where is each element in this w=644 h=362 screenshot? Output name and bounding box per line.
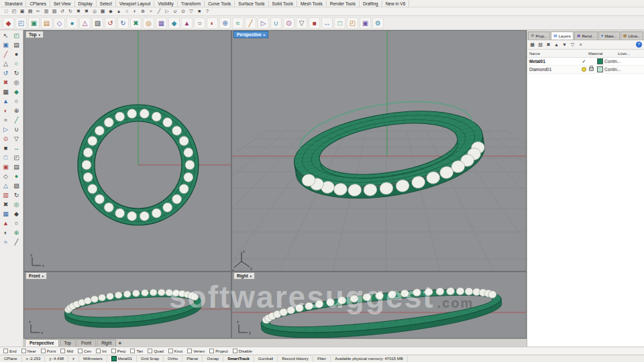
arc-icon[interactable]: ↺: [1, 69, 11, 78]
grid-toggle-icon[interactable]: ∪: [172, 8, 178, 15]
box-solid-icon[interactable]: ≈: [1, 116, 11, 125]
free-curve-icon[interactable]: △: [1, 60, 11, 68]
osnap-cen[interactable]: Cen: [78, 349, 91, 353]
explode-icon[interactable]: △: [1, 182, 11, 190]
mirror-icon[interactable]: ◎: [11, 200, 21, 209]
status-y-4-498[interactable]: y -4.498: [45, 356, 68, 362]
new-file-icon[interactable]: □: [3, 8, 9, 15]
point-icon[interactable]: ▣: [1, 41, 11, 50]
layer-material-swatch[interactable]: [597, 66, 603, 72]
circle-icon[interactable]: ○: [11, 60, 21, 68]
current-layer-check-icon[interactable]: ✓: [580, 59, 588, 64]
menu-item-surface-tools[interactable]: Surface Tools: [235, 1, 268, 7]
viewport-front-title[interactable]: Front ▾: [25, 272, 47, 280]
osnap-vertex[interactable]: Vertex: [187, 349, 205, 353]
sweep-surface-icon[interactable]: ○: [11, 97, 21, 106]
menu-item-render-tools[interactable]: Render Tools: [327, 1, 360, 7]
vtab-right[interactable]: Right: [97, 339, 116, 347]
panel-tab-prop[interactable]: ⚙Prop...: [528, 32, 550, 40]
menu-item-viewport-layout[interactable]: Viewport Layout: [116, 1, 155, 7]
zoom-window-icon[interactable]: ▦: [99, 8, 106, 15]
new-sublayer-icon[interactable]: ▧: [537, 42, 543, 48]
redo-multiple-icon[interactable]: ↺: [105, 17, 116, 29]
status-x-2-253[interactable]: x -2.253: [22, 356, 46, 362]
redo-icon[interactable]: ↻: [67, 8, 74, 15]
osnap-cen-checkbox[interactable]: [78, 349, 83, 353]
undo-icon[interactable]: ↺: [59, 8, 66, 15]
gumball-icon[interactable]: ◆: [11, 210, 21, 219]
layer-visibility-bulb-icon[interactable]: [580, 67, 588, 72]
loft-surface-icon[interactable]: ▲: [1, 97, 11, 106]
osnap-int-checkbox[interactable]: [96, 349, 101, 353]
select-all-icon[interactable]: ✖: [83, 8, 90, 15]
patch-surface-icon[interactable]: ⊕: [11, 107, 21, 115]
options-icon[interactable]: ⚙: [372, 17, 384, 29]
delete-icon[interactable]: ✖: [75, 8, 82, 15]
status-gumball[interactable]: Gumball: [254, 356, 278, 362]
osnap-tan[interactable]: Tan: [130, 349, 143, 353]
fillet-curves-icon[interactable]: □: [1, 154, 11, 162]
osnap-near[interactable]: Near: [21, 349, 36, 353]
loft-tool-icon[interactable]: ⊙: [283, 17, 294, 29]
perspective-view-canvas[interactable]: zxy: [232, 31, 527, 272]
viewport-perspective[interactable]: Perspective ▾ zxy: [231, 30, 527, 272]
panel-tab-mate[interactable]: ●Mate...: [598, 32, 620, 40]
new-viewport-tab-icon[interactable]: ✚: [118, 340, 121, 347]
osnap-near-checkbox[interactable]: [21, 349, 26, 353]
column-material[interactable]: Material: [588, 52, 618, 56]
menu-item-cplanes[interactable]: CPlanes: [26, 1, 50, 7]
revolve-tool-icon[interactable]: ▽: [296, 17, 307, 29]
analyze-icon[interactable]: ◐: [1, 229, 11, 237]
cylinder-solid-icon[interactable]: ▷: [1, 125, 11, 134]
osnap-mid[interactable]: Mid: [60, 349, 73, 353]
revolve-surface-icon[interactable]: ◐: [1, 107, 11, 115]
menu-item-curve-tools[interactable]: Curve Tools: [205, 1, 235, 7]
curve-tools-flyout-icon[interactable]: ◰: [347, 17, 358, 29]
filter-layers-icon[interactable]: ▽: [570, 42, 576, 48]
curve-boolean-icon[interactable]: ▣: [1, 163, 11, 172]
print-icon[interactable]: ▤: [27, 8, 34, 15]
vtab-perspective[interactable]: Perspective: [25, 339, 59, 347]
layer-color-cell[interactable]: [595, 58, 604, 64]
osnap-point-checkbox[interactable]: [41, 349, 46, 353]
mirror-tool-icon[interactable]: ◆: [168, 17, 180, 29]
copy-icon[interactable]: ▥: [1, 191, 11, 200]
viewport-menu-caret-icon[interactable]: ▾: [42, 274, 44, 278]
scale-tool-icon[interactable]: ▦: [156, 17, 167, 29]
status-z[interactable]: z: [68, 356, 79, 362]
ellipse-icon[interactable]: ↻: [11, 69, 21, 78]
print-model-icon[interactable]: △: [79, 17, 91, 29]
status-millimeters[interactable]: Millimeters: [79, 356, 107, 362]
layer-material-swatch[interactable]: [597, 58, 603, 64]
status-ortho[interactable]: Ortho: [164, 356, 182, 362]
copy-icon[interactable]: ▥: [43, 8, 50, 15]
osnap-quad[interactable]: Quad: [148, 349, 164, 353]
top-view-canvas[interactable]: yx: [24, 31, 231, 272]
menu-item-standard[interactable]: Standard: [1, 1, 26, 7]
line-icon[interactable]: ╱: [1, 50, 11, 59]
join-tool-icon[interactable]: ⊕: [219, 17, 231, 29]
osnap-end[interactable]: End: [3, 349, 17, 353]
boolean-union-icon[interactable]: ↔: [321, 17, 333, 29]
search-icon[interactable]: ■: [196, 8, 203, 15]
osnap-mid-checkbox[interactable]: [60, 349, 65, 353]
save-icon[interactable]: ▣: [19, 8, 25, 15]
split-icon[interactable]: ◇: [1, 172, 11, 181]
offset-curve-icon[interactable]: ↔: [11, 144, 21, 153]
menu-item-new-in-v6[interactable]: New in V6: [382, 1, 410, 7]
select-pointer-icon[interactable]: ↖: [1, 32, 11, 40]
render-preview-icon[interactable]: ⊕: [140, 8, 146, 15]
explode-tool-icon[interactable]: ≈: [232, 17, 244, 29]
osnap-tan-checkbox[interactable]: [130, 349, 135, 353]
vtab-top[interactable]: Top: [60, 339, 76, 347]
panel-tab-rend[interactable]: ▣Rend...: [574, 32, 598, 40]
help-icon[interactable]: ?: [204, 8, 211, 15]
polygon-icon[interactable]: ◎: [11, 78, 21, 87]
zoom-extents-icon[interactable]: ◎: [91, 8, 98, 15]
delete-layer-icon[interactable]: ✖: [545, 42, 551, 48]
extrude-curve-icon[interactable]: ■: [1, 144, 11, 153]
rotate-tool-icon[interactable]: ◎: [143, 17, 154, 29]
point-cloud-icon[interactable]: ▤: [11, 41, 21, 50]
status-available-physical-memory-47015-mb[interactable]: Available physical memory: 47015 MB: [331, 356, 408, 362]
viewport-right-title[interactable]: Right ▾: [233, 272, 255, 280]
